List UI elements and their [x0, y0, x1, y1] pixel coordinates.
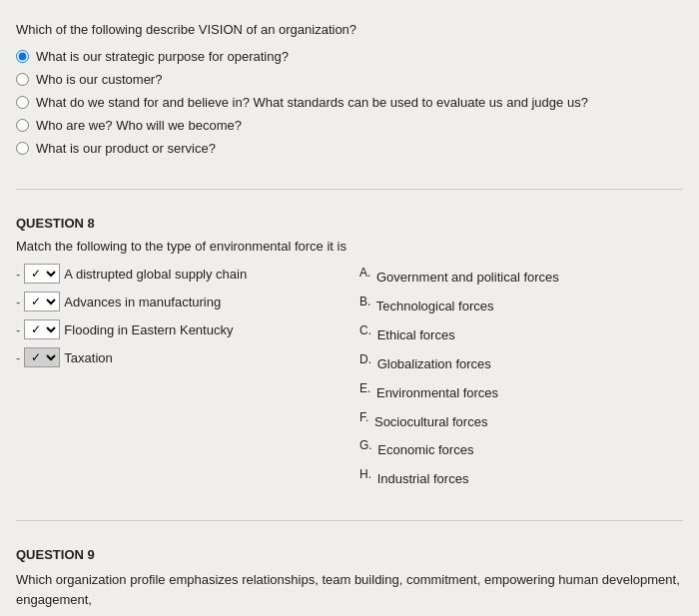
radio-option-5[interactable]: What is our product or service? [16, 140, 683, 158]
answer-text-B: Technological forces [376, 300, 494, 314]
q8-description: Match the following to the type of envir… [16, 239, 683, 254]
radio-label-3: What do we stand for and believe in? Wha… [36, 94, 588, 112]
match-left-col: - ✓ A distrupted global supply chain - ✓… [16, 264, 340, 494]
answer-E: E. Environmental forces [359, 379, 683, 403]
match-row-1: - ✓ A distrupted global supply chain [16, 264, 340, 284]
letter-H: H. [359, 467, 371, 481]
answer-H: H. Industrial forces [359, 465, 683, 489]
answer-text-F: Sociocultural forces [374, 414, 487, 429]
intro-question: Which of the following describe VISION o… [16, 20, 683, 40]
radio-input-4[interactable] [16, 119, 29, 132]
question-9-section: QUESTION 9 Which organization profile em… [16, 531, 683, 616]
q8-header: QUESTION 8 [16, 216, 683, 231]
answer-text-G: Economic forces [377, 443, 473, 458]
answer-B: B. Technological forces [359, 293, 683, 316]
answer-C: C. Ethical forces [359, 321, 683, 345]
radio-option-3[interactable]: What do we stand for and believe in? Wha… [16, 94, 683, 112]
answer-G: G. Economic forces [359, 436, 683, 460]
dash-1: - [16, 267, 20, 282]
radio-input-5[interactable] [16, 142, 29, 155]
dash-4: - [16, 350, 20, 365]
answer-D: D. Globalization forces [359, 350, 683, 374]
answer-F: F. Sociocultural forces [359, 408, 683, 432]
radio-option-2[interactable]: Who is our customer? [16, 71, 683, 89]
radio-option-1[interactable]: What is our strategic purpose for operat… [16, 48, 683, 66]
answer-text-E: Environmental forces [376, 385, 498, 400]
match-row-3: - ✓ Flooding in Eastern Kentucky [16, 319, 340, 339]
match-label-1: A distrupted global supply chain [64, 267, 247, 282]
letter-B: B. [359, 295, 370, 308]
radio-label-5: What is our product or service? [36, 140, 216, 158]
dash-2: - [16, 295, 20, 309]
divider-1 [16, 189, 683, 190]
radio-label-4: Who are we? Who will we become? [36, 117, 242, 135]
match-row-2: - ✓ Advances in manufacturing [16, 292, 340, 311]
match-label-2: Advances in manufacturing [64, 295, 221, 309]
match-select-1[interactable]: ✓ [24, 264, 60, 284]
dash-3: - [16, 322, 20, 337]
q9-text: Which organization profile emphasizes re… [16, 570, 683, 609]
answer-A: A. Government and political forces [359, 264, 683, 288]
radio-input-2[interactable] [16, 73, 29, 86]
letter-F: F. [359, 410, 368, 424]
answer-text-H: Industrial forces [377, 472, 469, 487]
radio-input-3[interactable] [16, 96, 29, 109]
letter-D: D. [359, 352, 371, 366]
match-select-2[interactable]: ✓ [24, 292, 60, 311]
letter-E: E. [359, 381, 370, 395]
answer-text-D: Globalization forces [377, 356, 491, 371]
answer-text-C: Ethical forces [377, 327, 455, 342]
letter-C: C. [359, 323, 371, 337]
question-8-section: QUESTION 8 Match the following to the ty… [16, 200, 683, 510]
radio-label-2: Who is our customer? [36, 71, 162, 89]
match-select-4[interactable]: ✓ [24, 347, 60, 367]
letter-G: G. [359, 438, 372, 452]
letter-A: A. [359, 266, 370, 280]
radio-option-4[interactable]: Who are we? Who will we become? [16, 117, 683, 135]
intro-section: Which of the following describe VISION o… [16, 12, 683, 179]
match-right-col: A. Government and political forces B. Te… [359, 264, 683, 494]
q9-header: QUESTION 9 [16, 547, 683, 562]
match-label-3: Flooding in Eastern Kentucky [64, 322, 233, 337]
match-row-4: - ✓ Taxation [16, 347, 340, 367]
match-layout: - ✓ A distrupted global supply chain - ✓… [16, 264, 683, 494]
radio-label-1: What is our strategic purpose for operat… [36, 48, 289, 66]
divider-2 [16, 520, 683, 521]
match-select-3[interactable]: ✓ [24, 319, 60, 339]
answer-text-A: Government and political forces [376, 271, 559, 286]
radio-input-1[interactable] [16, 50, 29, 63]
match-label-4: Taxation [64, 350, 112, 365]
